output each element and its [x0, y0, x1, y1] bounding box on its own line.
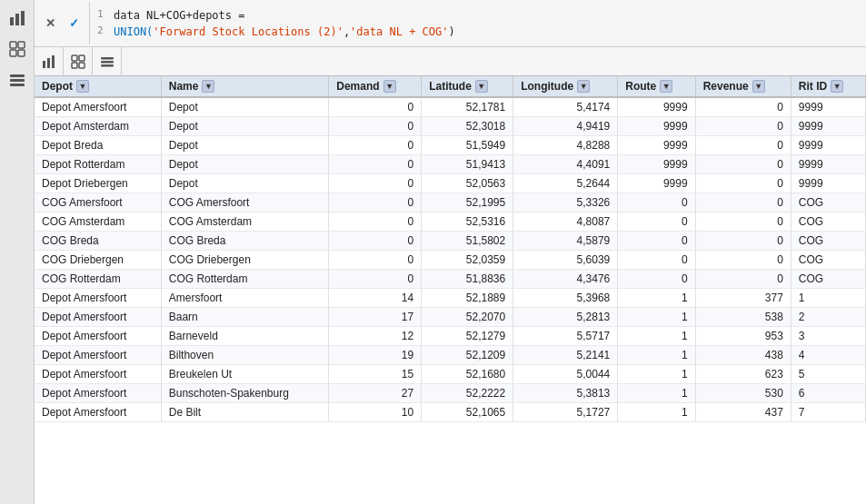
cell-rit_id: 6	[791, 384, 865, 403]
cancel-button[interactable]: ✕	[40, 14, 60, 34]
cell-revenue: 538	[695, 308, 791, 327]
cell-latitude: 52,1781	[422, 97, 513, 117]
svg-rect-18	[101, 61, 114, 64]
table-row: Depot AmersfoortAmersfoort1452,18895,396…	[35, 289, 866, 308]
cell-route: 1	[618, 308, 695, 327]
cell-revenue: 0	[695, 97, 791, 117]
cell-latitude: 51,5949	[422, 136, 513, 155]
cell-longitude: 5,5717	[513, 327, 618, 346]
cell-revenue: 953	[695, 327, 791, 346]
cell-rit_id: 9999	[791, 174, 865, 193]
cell-depot: Depot Rotterdam	[35, 155, 161, 174]
grid-icon[interactable]	[4, 36, 31, 62]
table-body: Depot AmersfoortDepot052,17815,417499990…	[35, 97, 866, 422]
col-rit-id-label: Rit ID	[799, 80, 827, 93]
cell-rit_id: 9999	[791, 117, 865, 136]
cell-demand: 0	[329, 117, 422, 136]
cell-revenue: 377	[695, 289, 791, 308]
cell-revenue: 438	[695, 346, 791, 365]
cell-rit_id: 5	[791, 365, 865, 384]
data-table-wrapper[interactable]: Depot ▼ Name ▼ Demand	[35, 76, 866, 504]
cell-depot: COG Breda	[35, 232, 161, 251]
table-row: Depot RotterdamDepot051,94134,4091999909…	[35, 155, 866, 174]
cell-rit_id: 9999	[791, 155, 865, 174]
chart-toolbar-icon[interactable]	[35, 47, 64, 76]
col-longitude: Longitude ▼	[513, 76, 618, 97]
cell-longitude: 5,0044	[513, 365, 618, 384]
cell-depot: Depot Amersfoort	[35, 346, 161, 365]
col-latitude: Latitude ▼	[422, 76, 513, 97]
svg-rect-19	[101, 64, 114, 67]
cell-longitude: 4,4091	[513, 155, 618, 174]
cell-route: 0	[618, 251, 695, 270]
cell-name: Bunschoten-Spakenburg	[161, 384, 328, 403]
svg-rect-1	[15, 14, 19, 25]
cell-demand: 17	[329, 308, 422, 327]
cell-latitude: 51,5802	[422, 232, 513, 251]
svg-rect-12	[52, 55, 55, 68]
col-rit-id: Rit ID ▼	[791, 76, 865, 97]
cell-longitude: 5,6039	[513, 251, 618, 270]
cell-route: 1	[618, 327, 695, 346]
cell-longitude: 4,9419	[513, 117, 618, 136]
cell-name: Baarn	[161, 308, 328, 327]
cell-route: 1	[618, 346, 695, 365]
table-row: Depot AmersfoortDepot052,17815,417499990…	[35, 97, 866, 117]
layers-icon[interactable]	[4, 67, 31, 93]
col-latitude-label: Latitude	[429, 80, 472, 93]
svg-rect-14	[79, 55, 85, 61]
table-toolbar	[35, 47, 866, 76]
table-row: COG AmsterdamCOG Amsterdam052,53164,8087…	[35, 212, 866, 232]
cell-name: Depot	[161, 155, 328, 174]
cell-latitude: 52,0359	[422, 251, 513, 270]
cell-rit_id: COG	[791, 212, 865, 232]
cell-latitude: 52,2070	[422, 308, 513, 327]
cell-latitude: 52,1889	[422, 289, 513, 308]
cell-name: Depot	[161, 136, 328, 155]
table-row: Depot AmersfoortBarneveld1252,12795,5717…	[35, 327, 866, 346]
data-table: Depot ▼ Name ▼ Demand	[35, 76, 866, 422]
table-row: Depot AmsterdamDepot052,30184,9419999909…	[35, 117, 866, 136]
cell-demand: 0	[329, 174, 422, 193]
svg-rect-10	[43, 61, 45, 68]
cell-depot: Depot Amersfoort	[35, 403, 161, 422]
grid-toolbar-icon[interactable]	[64, 47, 93, 76]
formula-text: 1 data NL+COG+depots = 2 UNION('Forward …	[90, 2, 866, 44]
cell-depot: COG Amersfoort	[35, 193, 161, 212]
depot-filter-btn[interactable]: ▼	[76, 80, 89, 93]
cell-revenue: 530	[695, 384, 791, 403]
svg-rect-16	[79, 63, 85, 68]
cell-latitude: 52,3018	[422, 117, 513, 136]
layers-toolbar-icon[interactable]	[93, 47, 122, 76]
cell-demand: 12	[329, 327, 422, 346]
svg-rect-4	[18, 42, 25, 48]
cell-route: 1	[618, 384, 695, 403]
latitude-filter-btn[interactable]: ▼	[475, 80, 488, 93]
route-filter-btn[interactable]: ▼	[660, 80, 672, 93]
cell-rit_id: COG	[791, 232, 865, 251]
table-row: Depot AmersfoortBaarn1752,20705,28131538…	[35, 308, 866, 327]
svg-rect-9	[10, 84, 25, 86]
demand-filter-btn[interactable]: ▼	[383, 80, 396, 93]
cell-rit_id: 3	[791, 327, 865, 346]
cell-depot: Depot Amersfoort	[35, 365, 161, 384]
cell-depot: Depot Amersfoort	[35, 289, 161, 308]
cell-longitude: 5,2141	[513, 346, 618, 365]
longitude-filter-btn[interactable]: ▼	[577, 80, 590, 93]
name-filter-btn[interactable]: ▼	[202, 80, 214, 93]
cell-depot: Depot Amersfoort	[35, 97, 161, 117]
svg-rect-17	[101, 57, 114, 60]
svg-rect-8	[10, 79, 25, 82]
col-longitude-label: Longitude	[521, 80, 573, 93]
revenue-filter-btn[interactable]: ▼	[752, 80, 765, 93]
rit-id-filter-btn[interactable]: ▼	[831, 80, 843, 93]
chart-icon[interactable]	[4, 5, 31, 31]
table-row: COG BredaCOG Breda051,58024,587900COG	[35, 232, 866, 251]
confirm-button[interactable]: ✓	[64, 14, 84, 34]
col-route-label: Route	[625, 80, 656, 93]
table-row: Depot AmersfoortBilthoven1952,12095,2141…	[35, 346, 866, 365]
closing-paren: )	[448, 25, 454, 38]
table-header-row: Depot ▼ Name ▼ Demand	[35, 76, 866, 97]
cell-revenue: 0	[695, 193, 791, 212]
cell-demand: 0	[329, 232, 422, 251]
